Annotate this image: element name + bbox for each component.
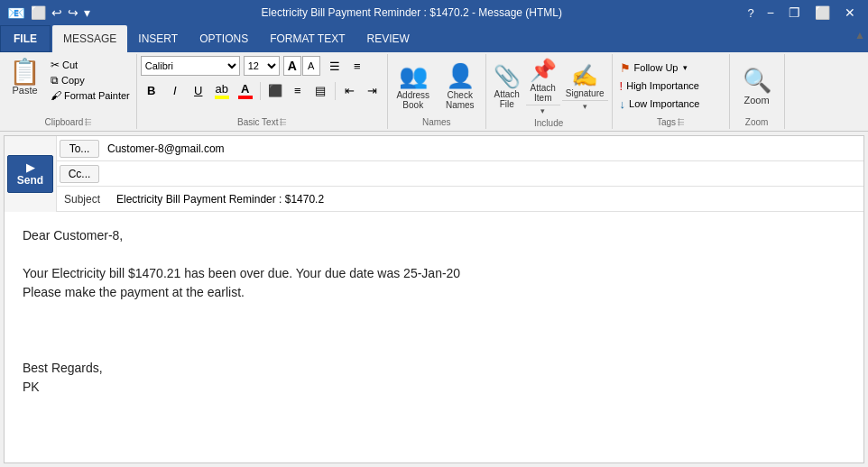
include-group: 📎 AttachFile 📌 AttachItem ▾ ✍ Signature … — [486, 54, 613, 129]
tags-group: ⚑ Follow Up ▾ ! High Importance ↓ Low Im… — [613, 54, 730, 129]
copy-button[interactable]: ⧉ Copy — [48, 73, 133, 87]
attach-item-button[interactable]: 📌 AttachItem ▾ — [526, 56, 560, 116]
basic-text-expand-icon[interactable]: ⬱ — [280, 118, 286, 127]
tab-options[interactable]: OPTIONS — [189, 25, 259, 52]
basic-text-group: Calibri 12 A A ☰ ≡ B I U — [137, 54, 388, 129]
high-importance-button[interactable]: ! High Importance — [616, 78, 704, 95]
low-importance-icon: ↓ — [620, 97, 626, 111]
italic-button[interactable]: I — [164, 81, 186, 101]
restore-btn[interactable]: ❐ — [783, 4, 806, 22]
separator-1 — [260, 82, 261, 100]
ribbon-toolbar: 📋 Paste ✂ Cut ⧉ Copy 🖌 Format Painter C — [0, 52, 868, 132]
ribbon-collapse-btn[interactable]: ▲ — [852, 27, 868, 43]
check-names-icon: 👤 — [446, 62, 475, 90]
font-color-bar — [238, 96, 253, 99]
bold-button[interactable]: B — [141, 81, 162, 101]
to-button[interactable]: To... — [60, 140, 99, 158]
maximize-btn[interactable]: ⬜ — [809, 4, 836, 22]
paste-label: Paste — [12, 85, 37, 96]
headers-fields: To... Cc... Subject — [57, 136, 863, 212]
ribbon-tabs: FILE MESSAGE INSERT OPTIONS FORMAT TEXT … — [0, 25, 868, 52]
copy-label: Copy — [61, 75, 85, 86]
tags-group-label: Tags — [657, 117, 676, 127]
font-color-button[interactable]: A — [235, 80, 256, 101]
align-left-button[interactable]: ⬛ — [264, 81, 286, 101]
cc-row: Cc... — [57, 161, 863, 187]
redo-btn[interactable]: ↪ — [68, 5, 78, 20]
subject-row: Subject — [57, 187, 863, 212]
flag-icon: ⚑ — [620, 61, 631, 75]
low-importance-button[interactable]: ↓ Low Importance — [616, 96, 704, 113]
window-title: Electricity Bill Payment Reminder : $147… — [79, 6, 744, 19]
format-painter-label: Format Painter — [64, 90, 130, 101]
increase-indent-button[interactable]: ⇥ — [362, 81, 383, 101]
compose-area: ▶ Send To... Cc... Subject — [4, 135, 864, 463]
main-content: ▶ Send To... Cc... Subject — [0, 132, 868, 467]
cc-button[interactable]: Cc... — [60, 165, 99, 183]
signature-dropdown[interactable]: ▾ — [562, 100, 608, 112]
help-btn[interactable]: ? — [744, 6, 758, 20]
address-book-icon: 👥 — [399, 62, 428, 90]
highlight-color-bar — [215, 96, 229, 99]
zoom-button[interactable]: 🔍 Zoom — [734, 63, 780, 109]
highlight-color-button[interactable]: ab — [211, 80, 233, 101]
check-names-label: CheckNames — [446, 90, 475, 110]
decrease-indent-button[interactable]: ⇤ — [339, 81, 361, 101]
address-book-label: AddressBook — [396, 90, 429, 110]
increase-font-button[interactable]: A — [283, 56, 301, 76]
low-importance-label: Low Importance — [629, 98, 699, 109]
headers-section: ▶ Send To... Cc... Subject — [5, 136, 863, 212]
tags-expand-icon[interactable]: ⬱ — [678, 118, 684, 127]
cut-icon: ✂ — [51, 59, 60, 71]
tab-format-text[interactable]: FORMAT TEXT — [259, 25, 356, 52]
basic-text-group-label: Basic Text — [237, 117, 278, 127]
names-group: 👥 AddressBook 👤 CheckNames Names — [388, 54, 486, 129]
attach-file-label: AttachFile — [494, 89, 520, 109]
clipboard-expand-icon[interactable]: ⬱ — [85, 118, 91, 127]
underline-button[interactable]: U — [188, 81, 209, 101]
to-row: To... — [57, 136, 863, 161]
separator-2 — [335, 82, 336, 100]
zoom-group-label: Zoom — [745, 117, 769, 127]
cc-input[interactable] — [102, 164, 863, 184]
attach-file-icon: 📎 — [494, 64, 521, 89]
paste-button[interactable]: 📋 Paste — [4, 56, 46, 99]
high-importance-label: High Importance — [626, 80, 699, 91]
names-group-label: Names — [422, 117, 451, 127]
close-btn[interactable]: ✕ — [839, 4, 861, 22]
bullets-button[interactable]: ☰ — [324, 56, 346, 76]
title-bar: 📧 ⬜ ↩ ↪ ▾ Electricity Bill Payment Remin… — [0, 0, 868, 25]
follow-up-button[interactable]: ⚑ Follow Up ▾ — [616, 60, 704, 77]
undo-btn[interactable]: ↩ — [51, 5, 62, 20]
zoom-group: 🔍 Zoom Zoom — [730, 54, 785, 129]
follow-up-label: Follow Up — [634, 62, 679, 73]
cut-label: Cut — [62, 60, 78, 70]
cut-button[interactable]: ✂ Cut — [48, 58, 133, 72]
attach-item-dropdown[interactable]: ▾ — [526, 105, 560, 116]
address-book-button[interactable]: 👥 AddressBook — [392, 60, 435, 113]
email-body[interactable]: Dear Customer-8, Your Electricity bill $… — [5, 212, 863, 462]
include-group-label: Include — [534, 118, 563, 128]
tab-review[interactable]: REVIEW — [356, 25, 420, 52]
decrease-font-button[interactable]: A — [302, 56, 320, 76]
signature-button[interactable]: ✍ Signature ▾ — [562, 61, 608, 112]
tab-file[interactable]: FILE — [0, 25, 51, 52]
signature-icon: ✍ — [571, 63, 598, 88]
font-size-select[interactable]: 12 — [244, 56, 280, 76]
align-right-button[interactable]: ▤ — [309, 81, 331, 101]
numbering-button[interactable]: ≡ — [346, 56, 368, 76]
align-center-button[interactable]: ≡ — [287, 81, 309, 101]
subject-input[interactable] — [111, 189, 863, 209]
subject-label: Subject — [57, 189, 111, 209]
attach-file-button[interactable]: 📎 AttachFile — [490, 62, 524, 111]
minimize-btn[interactable]: − — [762, 4, 780, 22]
send-icon: ▶ — [26, 161, 34, 174]
to-input[interactable] — [102, 139, 863, 159]
font-family-select[interactable]: Calibri — [141, 56, 240, 76]
send-button[interactable]: ▶ Send — [7, 155, 53, 193]
tab-message[interactable]: MESSAGE — [52, 25, 127, 52]
format-painter-button[interactable]: 🖌 Format Painter — [48, 88, 133, 103]
check-names-button[interactable]: 👤 CheckNames — [439, 60, 482, 113]
tab-insert[interactable]: INSERT — [127, 25, 189, 52]
send-label: Send — [17, 174, 43, 187]
